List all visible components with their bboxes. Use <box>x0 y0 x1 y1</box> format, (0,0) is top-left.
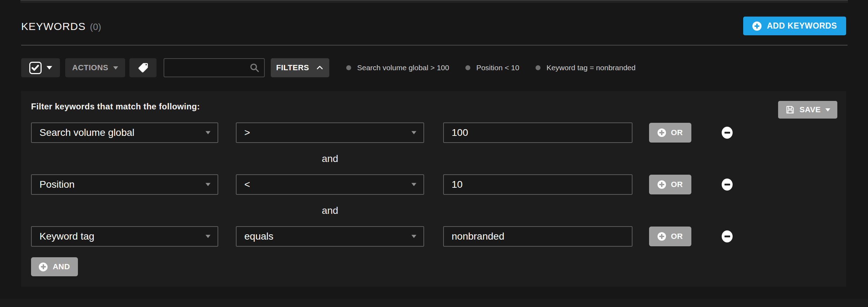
value-input[interactable] <box>444 227 632 246</box>
add-or-condition-button[interactable]: OR <box>649 175 691 194</box>
field-dropdown[interactable]: Keyword tag <box>31 226 218 247</box>
value-input[interactable] <box>444 123 632 142</box>
field-dropdown[interactable]: Position <box>31 174 218 195</box>
field-dropdown[interactable]: Search volume global <box>31 122 218 143</box>
filter-dot-icon <box>536 65 540 70</box>
filter-chip-label: Position < 10 <box>476 64 519 72</box>
field-dropdown-value: Search volume global <box>39 127 134 138</box>
plus-circle-icon <box>658 180 666 189</box>
chevron-down-icon <box>411 131 416 134</box>
filter-dot-icon <box>346 65 351 70</box>
add-or-condition-button[interactable]: OR <box>649 123 691 143</box>
page-header: KEYWORDS (0) <box>21 20 101 32</box>
filter-chip[interactable]: Keyword tag = nonbranded <box>536 64 636 72</box>
save-filter-button[interactable]: SAVE <box>778 101 837 119</box>
or-label: OR <box>671 128 683 137</box>
remove-condition-button[interactable] <box>722 127 733 139</box>
save-icon <box>785 105 795 115</box>
filter-builder-panel: Filter keywords that match the following… <box>21 91 846 287</box>
chevron-down-icon <box>411 235 416 238</box>
filter-chip-label: Search volume global > 100 <box>357 64 449 72</box>
header-divider <box>21 45 848 46</box>
search-icon <box>249 62 260 73</box>
filter-chip[interactable]: Search volume global > 100 <box>346 64 449 72</box>
value-field <box>443 122 632 143</box>
remove-condition-button[interactable] <box>722 230 733 242</box>
value-field <box>443 226 632 247</box>
tag-button[interactable] <box>129 58 157 77</box>
chevron-down-icon <box>113 66 118 70</box>
filter-rows: Search volume global > OR and <box>31 122 836 276</box>
and-connector-label: and <box>236 153 424 164</box>
filters-label: FILTERS <box>276 63 309 72</box>
panel-heading: Filter keywords that match the following… <box>31 102 836 112</box>
plus-circle-icon <box>658 232 666 241</box>
keyword-count: (0) <box>90 22 101 32</box>
operator-dropdown[interactable]: < <box>236 174 424 195</box>
filter-row: Position < OR <box>31 174 836 195</box>
toolbar: ACTIONS FILTERS Search volume global > 1… <box>21 58 636 77</box>
operator-dropdown-value: > <box>244 127 250 138</box>
operator-dropdown-value: < <box>244 179 250 190</box>
chevron-down-icon <box>47 66 52 70</box>
field-dropdown-value: Position <box>39 179 75 190</box>
select-all-button[interactable] <box>21 58 60 77</box>
remove-condition-button[interactable] <box>722 179 733 191</box>
save-label: SAVE <box>800 105 821 114</box>
bottom-divider <box>0 299 868 307</box>
operator-dropdown[interactable]: equals <box>236 226 424 247</box>
plus-circle-icon <box>658 128 666 137</box>
add-and-condition-button[interactable]: AND <box>31 257 78 276</box>
chevron-down-icon <box>206 183 210 186</box>
connector-row: and <box>31 143 836 174</box>
top-divider <box>20 0 848 3</box>
checkbox-checked-icon <box>29 62 42 74</box>
plus-circle-icon <box>39 263 48 271</box>
add-keywords-button[interactable]: ADD KEYWORDS <box>743 17 846 35</box>
chevron-down-icon <box>206 235 210 238</box>
filter-row: Search volume global > OR <box>31 122 836 143</box>
or-label: OR <box>671 180 683 189</box>
keywords-page: KEYWORDS (0) ADD KEYWORDS ACTIONS <box>0 0 868 307</box>
add-or-condition-button[interactable]: OR <box>649 227 691 246</box>
add-keywords-label: ADD KEYWORDS <box>767 21 837 31</box>
filter-chip-label: Keyword tag = nonbranded <box>546 64 636 72</box>
filter-row: Keyword tag equals OR <box>31 226 836 247</box>
chevron-up-icon <box>316 64 324 72</box>
chevron-down-icon <box>411 183 416 186</box>
page-title: KEYWORDS <box>21 20 86 32</box>
chevron-down-icon <box>206 131 210 134</box>
value-input[interactable] <box>444 175 632 194</box>
filter-chip[interactable]: Position < 10 <box>465 64 519 72</box>
filters-toggle-button[interactable]: FILTERS <box>271 58 329 77</box>
field-dropdown-value: Keyword tag <box>39 231 94 242</box>
or-label: OR <box>671 232 683 241</box>
actions-dropdown-button[interactable]: ACTIONS <box>65 58 125 77</box>
plus-circle-icon <box>752 22 762 31</box>
keyword-search <box>164 58 265 77</box>
tag-icon <box>137 62 149 73</box>
and-connector-label: and <box>236 205 424 216</box>
connector-row: and <box>31 195 836 226</box>
active-filter-chips: Search volume global > 100 Position < 10… <box>346 64 636 72</box>
operator-dropdown[interactable]: > <box>236 122 424 143</box>
filter-dot-icon <box>465 65 470 70</box>
value-field <box>443 174 632 195</box>
actions-label: ACTIONS <box>72 63 109 72</box>
and-label: AND <box>53 262 70 271</box>
operator-dropdown-value: equals <box>244 231 274 242</box>
chevron-down-icon <box>825 108 830 112</box>
